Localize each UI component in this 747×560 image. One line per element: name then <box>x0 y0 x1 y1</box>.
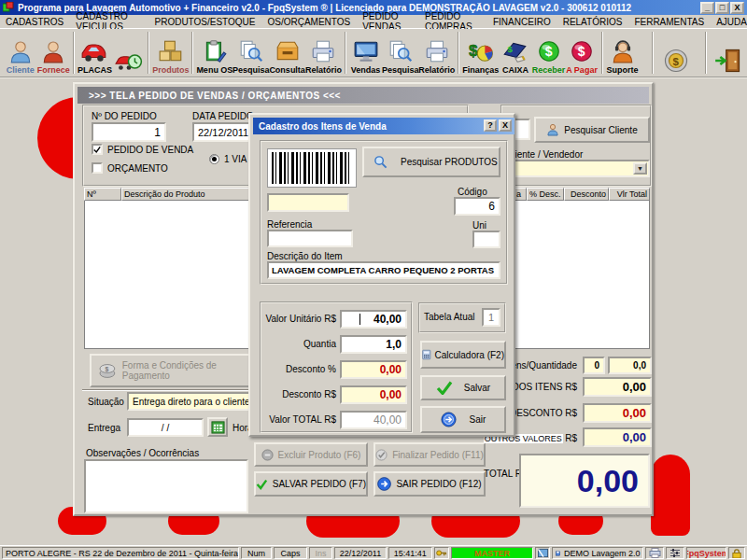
code-field[interactable]: 6 <box>454 197 500 216</box>
menu-relatorios[interactable]: RELATÓRIOS <box>563 17 623 27</box>
calculator-icon <box>422 347 431 362</box>
arrow-blue-icon <box>441 412 457 427</box>
client-person-icon <box>7 39 34 63</box>
save-order-button[interactable]: SALVAR PEDIDO (F7) <box>254 471 368 497</box>
toolbar-separator <box>191 32 193 74</box>
help-button[interactable]: ? <box>484 119 497 132</box>
svg-text:$: $ <box>105 366 108 373</box>
svg-text:$: $ <box>469 41 478 60</box>
boxes-icon <box>158 39 184 63</box>
delete-product-button[interactable]: Excluir Produto (F6) <box>254 442 368 467</box>
item-entry-dialog: Cadastro dos Itens de Venda ? X Pesquisa… <box>248 113 515 437</box>
unit-value-field[interactable]: 40,00 <box>340 310 407 329</box>
status-printer-panel[interactable] <box>645 547 664 559</box>
discount-rs-field[interactable]: 0,00 <box>340 385 407 404</box>
other-values-field: 0,00 <box>583 427 652 447</box>
coins-gray-icon: $ <box>99 362 118 379</box>
menu-cadastros[interactable]: CADASTROS <box>6 17 63 27</box>
via-radio[interactable]: 1 VIA <box>209 154 247 164</box>
menu-os-orcamentos[interactable]: OS/ORÇAMENTOS <box>267 17 350 27</box>
toolbar-agenda-button[interactable] <box>112 30 145 76</box>
exit-door-icon <box>714 48 742 74</box>
checkbox-empty-icon <box>92 162 103 174</box>
save-item-button[interactable]: Salvar <box>420 375 506 400</box>
item-total-field: 40,00 <box>340 411 407 429</box>
search-client-button[interactable]: Pesquisar Cliente <box>534 117 650 143</box>
toolbar-consulta-button[interactable]: Consulta <box>269 30 305 76</box>
calculator-button[interactable]: Calculadora (F2) <box>420 341 506 369</box>
status-brand: FpqSystem <box>686 547 726 559</box>
exit-item-button[interactable]: Sair <box>420 406 506 433</box>
payment-conditions-button[interactable]: $ Forma e Condições de Pagamento <box>90 354 267 387</box>
column-header-desc-pct: % Desc. <box>527 188 564 201</box>
status-user-panel <box>434 547 449 559</box>
close-button[interactable]: X <box>730 2 744 14</box>
person-small-icon <box>546 123 559 136</box>
status-caps: Caps <box>274 547 307 559</box>
order-type-quote-checkbox[interactable]: ORÇAMENTO <box>92 162 168 174</box>
barcode-input[interactable] <box>267 193 349 212</box>
toolbar-a-pagar-button[interactable]: $ A Pagar <box>565 30 598 76</box>
quantity-label: Quantia <box>256 339 336 349</box>
toolbar-placas-button[interactable]: PLACAS <box>78 30 112 76</box>
toolbar-fornecedor-button[interactable]: Fornece <box>36 30 69 76</box>
unit-field[interactable] <box>472 231 500 248</box>
notes-textarea[interactable] <box>84 459 248 513</box>
code-label: Código <box>458 187 487 197</box>
restore-button[interactable]: □ <box>715 2 729 14</box>
menu-financeiro[interactable]: FINANCEIRO <box>493 17 551 27</box>
calendar-icon <box>211 420 225 434</box>
toolbar-relatorio-os-button[interactable]: Relatório <box>305 30 342 76</box>
finance-pie-icon: $ <box>468 39 494 63</box>
finish-order-button[interactable]: Finalizar Pedido (F11) <box>374 442 486 467</box>
toolbar-financas-button[interactable]: $ Finanças <box>462 30 499 76</box>
toolbar-coin-button[interactable]: $ <box>656 30 696 76</box>
unit-value-label: Valor Unitário R$ <box>256 314 336 324</box>
menu-ferramentas[interactable]: FERRAMENTAS <box>634 17 704 27</box>
order-type-sale-checkbox[interactable]: PEDIDO DE VENDA <box>92 144 193 155</box>
toolbar-cliente-button[interactable]: Cliente <box>4 30 36 76</box>
order-number-field[interactable]: 1 <box>92 122 166 142</box>
minimize-button[interactable]: _ <box>700 2 714 14</box>
quantity-field[interactable]: 1,0 <box>340 335 407 354</box>
toolbar-exit-button[interactable] <box>710 30 747 76</box>
search-products-button[interactable]: Pesquisar PRODUTOS <box>362 147 500 177</box>
order-discount-field: 0,00 <box>583 403 652 423</box>
dialog-close-button[interactable]: X <box>499 119 512 132</box>
toolbar-receber-button[interactable]: $ Receber <box>532 30 566 76</box>
client-vendor-combo[interactable]: ▼ <box>510 160 650 177</box>
reference-field[interactable] <box>267 230 353 247</box>
menu-ajuda[interactable]: AJUDA <box>716 17 747 27</box>
status-location: PORTO ALEGRE - RS 22 de Dezembro de 2011… <box>2 547 239 559</box>
status-app-panel <box>535 547 550 559</box>
toolbar-relatorio-vendas-button[interactable]: Relatório <box>418 30 455 76</box>
toolbar-vendas-button[interactable]: Vendas <box>349 30 382 76</box>
text-cursor <box>359 314 360 325</box>
item-description-field[interactable]: LAVAGEM COMPLETA CARRO PEQUENO 2 PORTAS <box>267 261 500 279</box>
status-lock-panel <box>728 547 745 559</box>
toolbar-caixa-button[interactable]: $ CAIXA <box>499 30 531 76</box>
toolbar-pesquisa-vendas-button[interactable]: Pesquisa <box>382 30 418 76</box>
menu-produtos-estoque[interactable]: PRODUTOS/ESTOQUE <box>154 17 255 27</box>
discount-rs-label: Desconto R$ <box>256 389 336 399</box>
discount-pct-field[interactable]: 0,00 <box>340 360 407 379</box>
app-icon <box>3 2 14 13</box>
toolbar-pesquisa-os-button[interactable]: Pesquisa <box>233 30 269 76</box>
status-settings-panel[interactable] <box>666 547 684 559</box>
exit-order-button[interactable]: SAIR PEDIDO (F12) <box>374 471 486 497</box>
item-total-label: Valor TOTAL R$ <box>256 414 336 425</box>
delivery-date-field[interactable]: / / <box>127 418 204 437</box>
items-count-field: 0 <box>583 357 605 374</box>
pay-dollar-icon: $ <box>569 39 595 63</box>
chevron-down-icon[interactable]: ▼ <box>633 162 647 175</box>
toolbar-menu-os-button[interactable]: Menu OS <box>196 30 233 76</box>
status-time: 15:41:41 <box>388 547 432 559</box>
toolbar-suporte-button[interactable]: Suporte <box>606 30 639 76</box>
calendar-button[interactable] <box>207 417 228 437</box>
toolbar-separator <box>73 32 75 74</box>
barcode-image <box>267 148 357 188</box>
dialog-titlebar: Cadastro dos Itens de Venda <box>253 118 514 134</box>
column-header-partial: a <box>514 188 527 201</box>
svg-text:$: $ <box>578 44 585 59</box>
toolbar-produtos-button[interactable]: Produtos <box>152 30 189 76</box>
